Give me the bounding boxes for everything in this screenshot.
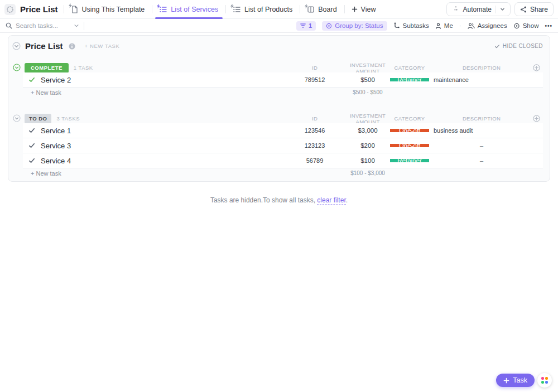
task-id[interactable]: 123546 — [284, 127, 345, 134]
plus-icon — [503, 378, 509, 384]
tab-list-of-services[interactable]: List of Services — [152, 0, 225, 18]
toolbar: 1 Group by: Status Subtasks Me · Assigne… — [0, 19, 558, 33]
column-header-description[interactable]: DESCRIPTION — [429, 115, 530, 122]
task-name[interactable]: Service 4 — [41, 157, 71, 165]
column-header-id[interactable]: ID — [284, 115, 345, 122]
info-icon[interactable] — [69, 43, 75, 50]
group-by-label: Group by: Status — [335, 22, 383, 29]
chevron-down-icon[interactable] — [500, 7, 505, 12]
clear-filter-link[interactable]: clear filter — [317, 196, 345, 205]
plus-icon — [352, 6, 358, 12]
more-icon[interactable]: ••• — [545, 23, 552, 29]
assignees-button[interactable]: Assignees — [468, 22, 507, 29]
task-check-icon[interactable] — [28, 157, 35, 164]
filter-icon — [300, 23, 306, 28]
subtasks-button[interactable]: Subtasks — [393, 22, 429, 29]
task-count: 1 TASK — [74, 65, 93, 71]
add-column-icon[interactable] — [530, 64, 543, 71]
board-icon — [307, 6, 314, 13]
task-row[interactable]: Service 2 789512 $500 Retainer maintenan… — [23, 72, 543, 88]
document-icon — [71, 6, 78, 13]
divider — [496, 6, 496, 13]
add-task-button[interactable]: + New task — [31, 89, 61, 96]
filter-count: 1 — [309, 22, 312, 29]
list-icon — [233, 6, 240, 13]
task-check-icon[interactable] — [28, 142, 35, 149]
group-by-icon — [326, 23, 332, 29]
people-icon — [468, 23, 475, 29]
group-complete: COMPLETE 1 TASK ID INVESTMENT AMOUNT CAT… — [8, 63, 550, 97]
category-badge[interactable]: Retainer — [390, 78, 429, 81]
chevron-down-icon[interactable] — [74, 23, 79, 28]
task-amount[interactable]: $200 — [345, 142, 390, 149]
list-section-header: Price List + NEW TASK HIDE CLOSED — [8, 41, 550, 51]
tab-list-of-products[interactable]: List of Products — [226, 0, 300, 18]
task-amount[interactable]: $100 — [345, 157, 390, 164]
group-footer: + New task $500 - $500 — [23, 88, 543, 97]
search-icon — [6, 22, 12, 29]
task-description[interactable]: – — [429, 157, 530, 164]
task-id[interactable]: 56789 — [284, 157, 345, 164]
group-footer: + New task $100 - $3,000 — [23, 168, 543, 178]
task-amount[interactable]: $3,000 — [345, 127, 390, 134]
divider — [84, 22, 84, 30]
add-view-label: View — [361, 6, 376, 13]
task-name[interactable]: Service 1 — [41, 127, 71, 135]
list-title: Price List — [25, 41, 63, 51]
status-badge[interactable]: TO DO — [25, 114, 51, 124]
bolt-icon — [157, 4, 160, 8]
apps-grid-icon — [541, 377, 548, 384]
bolt-icon — [305, 4, 308, 8]
task-name[interactable]: Service 3 — [41, 142, 71, 150]
category-badge[interactable]: One-off — [390, 144, 429, 147]
task-description[interactable]: – — [429, 142, 530, 149]
view-spinner-icon — [4, 4, 16, 15]
add-column-icon[interactable] — [530, 115, 543, 122]
add-task-button[interactable]: + New task — [31, 170, 61, 177]
eye-icon — [513, 23, 520, 29]
status-badge[interactable]: COMPLETE — [25, 63, 69, 73]
me-filter-button[interactable]: Me — [435, 22, 453, 29]
collapse-list-icon[interactable] — [12, 42, 21, 50]
group-by-pill[interactable]: Group by: Status — [322, 21, 387, 31]
task-row[interactable]: Service 3 123123 $200 One-off – — [23, 138, 543, 153]
task-count: 3 TASKS — [56, 115, 80, 122]
task-amount[interactable]: $500 — [345, 76, 390, 83]
share-button[interactable]: Share — [514, 2, 554, 16]
fab-task-label: Task — [513, 376, 527, 384]
tab-board[interactable]: Board — [300, 0, 344, 18]
task-row[interactable]: Service 4 56789 $100 Retainer – — [23, 153, 543, 168]
task-check-icon[interactable] — [28, 127, 35, 134]
filter-count-pill[interactable]: 1 — [296, 21, 316, 31]
share-label: Share — [530, 6, 548, 13]
robot-icon — [452, 6, 460, 13]
automate-button[interactable]: Automate — [446, 2, 511, 16]
show-button[interactable]: Show — [513, 22, 539, 29]
task-description[interactable]: maintenance — [429, 76, 530, 83]
tab-using-this-template[interactable]: Using This Template — [64, 0, 152, 18]
search-input[interactable] — [16, 22, 70, 29]
add-view-button[interactable]: View — [345, 6, 383, 13]
task-complete-check-icon[interactable] — [28, 76, 35, 83]
dot-separator: · — [459, 22, 461, 29]
subtasks-icon — [393, 22, 400, 29]
task-row[interactable]: Service 1 123546 $3,000 One-off business… — [23, 123, 543, 138]
new-task-fab[interactable]: Task — [496, 374, 535, 387]
column-header-id[interactable]: ID — [284, 65, 345, 71]
task-id[interactable]: 123123 — [284, 142, 345, 149]
category-badge[interactable]: Retainer — [390, 159, 429, 162]
task-name[interactable]: Service 2 — [41, 76, 71, 84]
collapse-group-icon[interactable] — [13, 114, 21, 123]
column-header-description[interactable]: DESCRIPTION — [429, 65, 530, 71]
search-box[interactable] — [6, 22, 79, 29]
hide-closed-toggle[interactable]: HIDE CLOSED — [494, 43, 543, 49]
task-description[interactable]: business audit — [429, 127, 530, 134]
app-launcher-button[interactable] — [537, 373, 552, 388]
category-badge[interactable]: One-off — [390, 129, 429, 132]
new-task-top-button[interactable]: + NEW TASK — [85, 43, 120, 49]
task-id[interactable]: 789512 — [284, 76, 345, 83]
column-header-category[interactable]: CATEGORY — [390, 115, 429, 122]
group-todo: TO DO 3 TASKS ID INVESTMENT AMOUNT CATEG… — [8, 114, 550, 178]
column-header-category[interactable]: CATEGORY — [390, 65, 429, 71]
collapse-group-icon[interactable] — [13, 64, 21, 72]
